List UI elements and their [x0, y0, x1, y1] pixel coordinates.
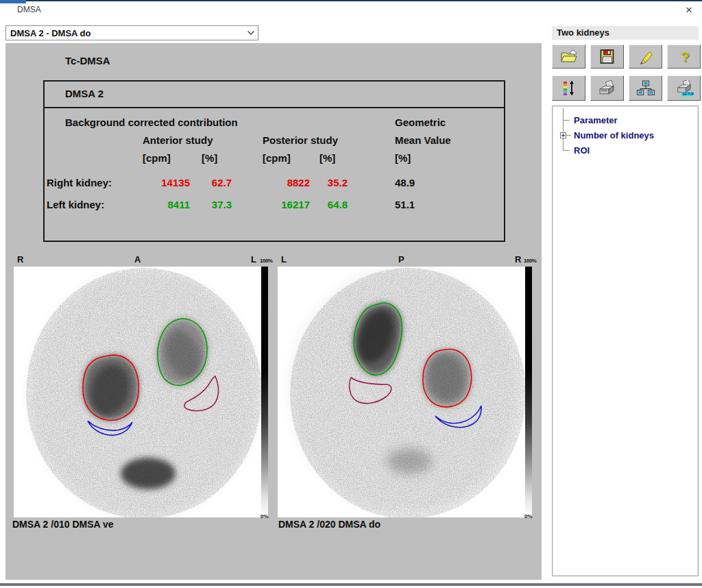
left-kidney-posterior-pct: 64.8 — [300, 199, 348, 210]
posterior-study-label: Posterior study — [263, 134, 338, 146]
posterior-marker-center: P — [398, 254, 404, 265]
window-bottom-edge — [0, 583, 702, 586]
color-scale-button[interactable] — [552, 75, 585, 101]
unit-label-pct-anterior: [%] — [202, 152, 217, 164]
right-kidney-geometric-mean: 48.9 — [395, 177, 415, 188]
network-print-button[interactable] — [629, 75, 662, 101]
folder-open-icon — [560, 49, 578, 64]
posterior-caption: DMSA 2 /020 DMSA do — [278, 519, 380, 530]
tree-dash — [563, 120, 570, 121]
kidney-mode-header: Two kidneys — [552, 26, 699, 40]
right-kidney-posterior-pct: 35.2 — [300, 177, 348, 188]
floppy-icon — [599, 49, 615, 64]
page-title: Tc-DMSA — [65, 55, 110, 66]
printer-setup-button[interactable]: SETUP — [667, 75, 701, 101]
pencil-icon — [638, 49, 654, 64]
edit-button[interactable] — [629, 45, 662, 69]
printer-setup-icon: SETUP — [675, 80, 694, 97]
unit-label-pct-mean: [%] — [395, 152, 411, 164]
help-button[interactable]: ? ? — [667, 45, 701, 69]
anterior-marker-center: A — [134, 254, 141, 265]
posterior-marker-left: L — [281, 254, 287, 265]
question-icon: ? ? — [676, 49, 692, 65]
mean-value-label: Mean Value — [395, 134, 451, 146]
row-label-right-kidney: Right kidney: — [47, 177, 112, 188]
section-title: Background corrected contribution — [65, 117, 238, 128]
anterior-caption: DMSA 2 /010 DMSA ve — [12, 519, 114, 530]
anterior-marker-left: L — [251, 254, 256, 265]
left-kidney-anterior-pct: 37.3 — [184, 199, 232, 210]
posterior-marker-right: R — [515, 254, 521, 265]
left-kidney-anterior-cpm: 8411 — [128, 199, 190, 210]
anterior-marker-right: R — [17, 254, 23, 265]
anterior-scintigram-image[interactable] — [14, 267, 261, 517]
posterior-scale-max: 100% — [524, 258, 536, 264]
tree-item-parameter[interactable]: Parameter — [574, 115, 618, 125]
right-kidney-anterior-pct: 62.7 — [184, 177, 232, 188]
anterior-scale-min: 0% — [261, 513, 269, 519]
print-button[interactable] — [590, 75, 624, 101]
tree-expander-number-of-kidneys[interactable] — [560, 132, 566, 138]
tree-item-number-of-kidneys[interactable]: Number of kidneys — [574, 130, 654, 140]
results-table-header-border — [43, 80, 505, 108]
open-button[interactable] — [552, 45, 585, 69]
setup-label: SETUP — [682, 92, 694, 96]
anterior-colorbar — [261, 267, 268, 517]
study-selector-dropdown[interactable]: DMSA 2 - DMSA do — [5, 25, 258, 40]
window-title: DMSA — [17, 5, 41, 14]
tree-dash — [566, 135, 571, 136]
posterior-colorbar — [525, 267, 532, 517]
right-kidney-anterior-cpm: 14135 — [128, 177, 190, 188]
tree-trunk-line — [563, 108, 564, 151]
save-button[interactable] — [590, 45, 624, 69]
settings-tree-panel: Parameter Number of kidneys ROI — [552, 106, 699, 576]
geometric-label: Geometric — [395, 117, 446, 128]
unit-label-pct-posterior: [%] — [319, 152, 335, 164]
left-kidney-geometric-mean: 51.1 — [395, 199, 415, 210]
posterior-scale-min: 0% — [524, 513, 533, 519]
study-selector-value: DMSA 2 - DMSA do — [6, 28, 244, 38]
unit-label-cpm-anterior: [cpm] — [143, 152, 171, 164]
network-icon — [636, 80, 655, 97]
color-scale-icon — [561, 80, 577, 96]
window-top-accent — [0, 0, 26, 3]
dmsa-window: DMSA × DMSA 2 - DMSA do Tc-DMSA DMSA 2 B… — [0, 0, 702, 588]
tree-dash — [563, 150, 570, 151]
anterior-study-label: Anterior study — [143, 134, 213, 146]
close-button[interactable]: × — [681, 3, 697, 18]
tree-item-roi[interactable]: ROI — [574, 145, 590, 156]
svg-text:?: ? — [681, 49, 690, 64]
window-top-border — [0, 0, 702, 1]
row-label-left-kidney: Left kidney: — [47, 199, 104, 210]
unit-label-cpm-posterior: [cpm] — [263, 152, 291, 164]
anterior-scale-max: 100% — [260, 258, 272, 264]
printer-icon — [598, 80, 617, 97]
study-header: DMSA 2 — [65, 88, 104, 99]
chevron-down-icon — [244, 30, 258, 36]
posterior-scintigram-image[interactable] — [278, 267, 525, 517]
